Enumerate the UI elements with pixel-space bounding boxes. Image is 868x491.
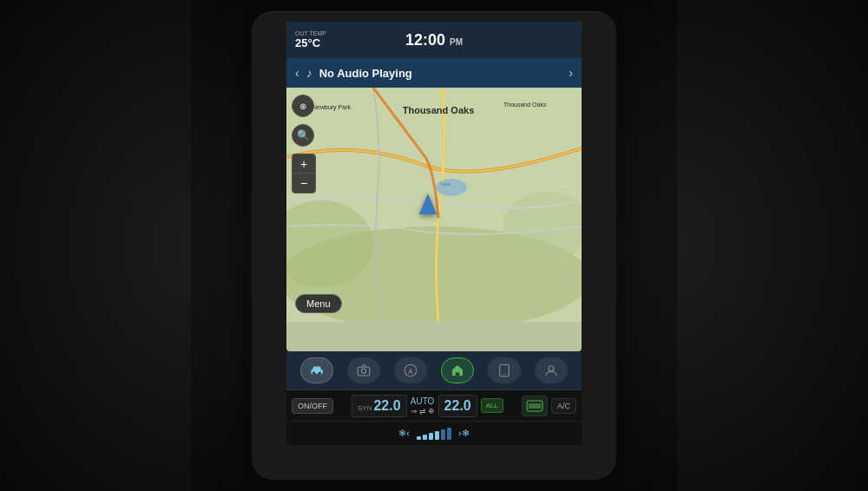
ac-mode-icon: ❄ [428,407,435,416]
car-nav-icon [309,363,325,378]
map-area[interactable]: Lake Thousand Oaks Newbury Park Thousand… [286,88,582,322]
svg-point-9 [312,372,315,375]
clock-ampm: PM [450,37,463,47]
defrost-icon [526,400,543,412]
connect-nav-icon [496,363,512,378]
audio-title: No Audio Playing [319,67,562,80]
svg-text:Thousand Oaks: Thousand Oaks [403,105,475,115]
car-console: N VOLUME ◄× HOLD FRONT ∧ ∨ TUNE HOLD ♪ ▣ [0,0,868,491]
bg-right [677,0,868,491]
fan-bar-4 [435,431,439,440]
audio-bar: ‹ ♪ No Audio Playing › [286,58,582,88]
temperature-value: 25°C [295,36,320,49]
fan-bar-3 [429,433,433,440]
menu-button[interactable]: Menu [295,294,342,313]
zoom-out-button[interactable]: − [293,173,315,193]
fan-mode-icon: ⇒ [411,407,418,416]
svg-text:Thousand Oaks: Thousand Oaks [503,101,547,108]
climate-bottom-row: ❄‹ ›❄ [286,421,582,445]
all-badge: ALL [481,398,503,413]
zoom-control: + − [292,154,316,193]
svg-point-17 [549,366,554,371]
nav-user-button[interactable] [535,357,568,383]
clock-display: 12:00 PM [405,31,463,49]
temp-right-value: 22.0 [444,398,471,414]
nav-home-button[interactable] [441,357,474,383]
svg-text:A: A [408,368,413,376]
temp-left-value: 22.0 [373,398,400,414]
fan-bar-1 [417,436,421,440]
nav-car-button[interactable] [300,357,333,383]
climate-temp-left[interactable]: SYN 22.0 [352,395,407,417]
nav-connect-button[interactable] [488,357,521,383]
zoom-in-button[interactable]: + [293,154,315,173]
temperature-info: OUT TEMP 25°C [295,30,326,49]
music-icon: ♪ [306,66,312,80]
camera-nav-icon [356,363,372,378]
fan-bar-5 [441,429,445,440]
rear-defrost-button[interactable] [522,396,548,416]
fan-bar-2 [423,435,427,440]
audio-next-button[interactable]: › [569,66,573,80]
climate-mode-icons: AUTO ⇒ ⇌ ❄ [411,396,435,416]
climate-bar: ON/OFF SYN 22.0 AUTO ⇒ ⇌ [286,390,582,445]
user-nav-icon [543,363,559,378]
bottom-nav-bar: A [286,351,582,390]
infotainment-screen: OUT TEMP 25°C 12:00 PM ‹ ♪ No Audio Play… [286,22,582,351]
climate-onoff-button[interactable]: ON/OFF [292,398,333,414]
home-nav-icon [450,363,465,378]
map-search-button[interactable]: 🔍 [292,124,314,147]
svg-point-10 [319,372,321,375]
nav-map-button[interactable]: A [394,357,427,383]
nav-camera-button[interactable] [347,357,380,383]
svg-text:Newbury Park: Newbury Park [312,104,351,111]
map-controls: ⊕ 🔍 + − [292,95,316,193]
climate-main-controls: SYN 22.0 AUTO ⇒ ⇌ ❄ [333,395,522,417]
svg-point-12 [361,369,365,373]
fan-speed-indicator [417,428,451,440]
fan-right-icon: ›❄ [458,428,470,439]
climate-top-row: ON/OFF SYN 22.0 AUTO ⇒ ⇌ [286,390,582,421]
screen-header: OUT TEMP 25°C 12:00 PM [286,22,582,58]
car-position-marker [419,193,437,214]
ac-right-button[interactable]: A/C [551,398,576,414]
climate-right-controls: A/C [522,396,576,416]
svg-text:Lake: Lake [441,181,450,187]
auto-label: AUTO [411,396,435,406]
main-panel: OUT TEMP 25°C 12:00 PM ‹ ♪ No Audio Play… [252,11,616,480]
map-location-button[interactable]: ⊕ [292,95,314,117]
climate-temp-right[interactable]: 22.0 [438,395,477,417]
audio-prev-button[interactable]: ‹ [295,66,299,80]
bg-left [0,0,191,491]
map-nav-icon: A [403,363,418,378]
sync-icon: ⇌ [419,407,426,416]
fan-left-icon: ❄‹ [398,428,410,439]
clock-time: 12:00 [405,31,445,49]
syn-label: SYN [358,404,372,412]
svg-point-16 [503,374,505,376]
out-temp-label: OUT TEMP [295,30,326,36]
fan-bar-6 [447,428,451,440]
